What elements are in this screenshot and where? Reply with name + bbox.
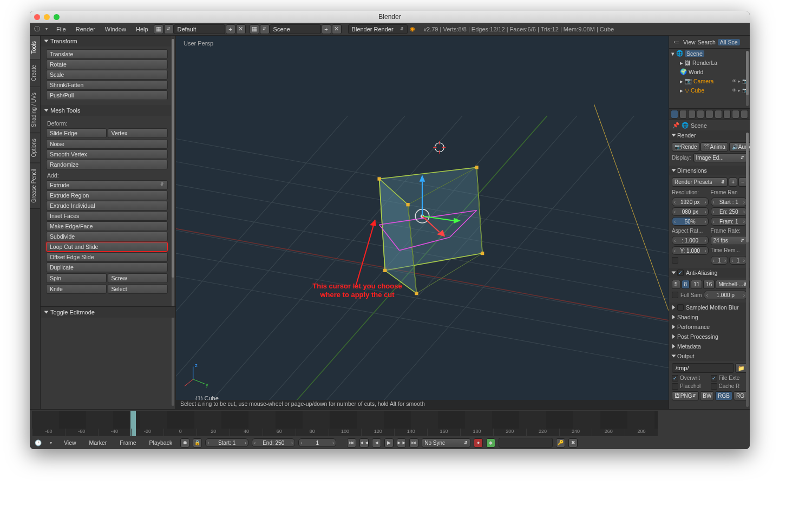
constraints-tab-icon[interactable] xyxy=(715,110,722,119)
knife-select-button[interactable]: Select xyxy=(108,284,168,294)
current-frame-field[interactable]: 1 xyxy=(298,438,336,447)
make-edge-face-button[interactable]: Make Edge/Face xyxy=(46,221,168,231)
keying-set-field[interactable] xyxy=(499,438,553,448)
outliner-world[interactable]: World xyxy=(689,69,703,75)
screw-button[interactable]: Screw xyxy=(108,273,168,283)
frame-start-field[interactable]: Start : 1 xyxy=(711,198,748,206)
pin-icon[interactable]: 📌 xyxy=(672,122,679,129)
cache-result-checkbox[interactable] xyxy=(711,383,717,390)
play-reverse-button[interactable]: ◄ xyxy=(372,438,381,448)
chevron-down-icon[interactable]: ▾ xyxy=(42,24,51,34)
motion-blur-checkbox[interactable] xyxy=(677,304,684,311)
frame-step-field[interactable]: Fram: 1 xyxy=(711,217,748,226)
menu-file[interactable]: File xyxy=(51,23,71,35)
motion-blur-panel-header[interactable]: Sampled Motion Blur xyxy=(669,302,750,312)
output-path-field[interactable]: /tmp/ xyxy=(672,363,734,373)
chevron-icon[interactable]: ⇵ xyxy=(164,24,174,34)
renderlayers-tab-icon[interactable] xyxy=(679,110,687,119)
animation-button[interactable]: 🎬Anima xyxy=(700,142,728,152)
mesh-tools-panel-header[interactable]: Mesh Tools xyxy=(41,105,171,116)
delete-scene-button[interactable]: ✕ xyxy=(332,24,342,34)
timeline-view-menu[interactable]: View xyxy=(59,436,81,449)
smooth-vertex-button[interactable]: Smooth Vertex xyxy=(46,149,168,159)
browse-folder-button[interactable]: 📁 xyxy=(735,363,747,373)
aa-filter-dropdown[interactable]: Mitchell-...⇵ xyxy=(716,280,750,289)
close-icon[interactable] xyxy=(34,14,40,20)
data-tab-icon[interactable] xyxy=(732,110,739,119)
tab-options[interactable]: Options xyxy=(30,133,40,163)
fps-dropdown[interactable]: 24 fps⇵ xyxy=(711,236,748,245)
shading-panel-header[interactable]: Shading xyxy=(669,312,750,322)
sync-dropdown[interactable]: No Sync⇵ xyxy=(422,438,470,448)
scene-tab-icon[interactable] xyxy=(688,110,696,119)
properties-scrollbar[interactable] xyxy=(746,133,749,407)
bw-button[interactable]: BW xyxy=(700,391,714,400)
render-engine-dropdown[interactable]: Blender Render⇵ xyxy=(348,24,408,34)
timeline-playback-menu[interactable]: Playback xyxy=(145,436,178,449)
play-button[interactable]: ▶ xyxy=(384,438,394,448)
chevron-down-icon[interactable]: ▾ xyxy=(46,438,56,448)
insert-keyframe-button[interactable]: 🔑 xyxy=(556,438,565,448)
jump-end-button[interactable]: ⏭ xyxy=(409,438,418,448)
scene-browse-icon[interactable]: ▦ xyxy=(250,24,259,34)
outliner-scene[interactable]: Scene xyxy=(685,50,704,57)
display-dropdown[interactable]: Image Ed...⇵ xyxy=(693,153,747,162)
render-button[interactable]: 📷Rende xyxy=(672,142,699,152)
chevron-icon[interactable]: ⇵ xyxy=(260,24,270,34)
res-x-field[interactable]: 1920 px xyxy=(672,198,709,206)
randomize-button[interactable]: Randomize xyxy=(46,160,168,169)
translate-button[interactable]: Translate xyxy=(46,49,168,59)
delete-keyframe-button[interactable]: ✖ xyxy=(568,438,578,448)
aa-11-button[interactable]: 11 xyxy=(691,280,702,289)
aa-8-button[interactable]: 8 xyxy=(682,280,690,289)
tab-grease-pencil[interactable]: Grease Pencil xyxy=(30,163,40,209)
outliner-tree[interactable]: ▾🌐Scene ▸🖼RenderLa 🌍World ▸📷Camera👁 ▸ 📷 … xyxy=(669,49,750,108)
menu-render[interactable]: Render xyxy=(71,23,100,35)
object-tab-icon[interactable] xyxy=(705,110,713,119)
res-y-field[interactable]: 080 px xyxy=(672,207,709,216)
file-ext-checkbox[interactable] xyxy=(711,375,717,382)
inset-faces-button[interactable]: Inset Faces xyxy=(46,211,168,221)
pixel-filter-size-field[interactable]: 1.000 p xyxy=(704,291,747,299)
outliner-view-menu[interactable]: View xyxy=(683,39,696,45)
aa-5-button[interactable]: 5 xyxy=(672,280,680,289)
add-preset-button[interactable]: + xyxy=(729,177,737,187)
noise-button[interactable]: Noise xyxy=(46,139,168,149)
extrude-region-button[interactable]: Extrude Region xyxy=(46,190,168,200)
output-panel-header[interactable]: Output xyxy=(669,351,750,361)
extrude-individual-button[interactable]: Extrude Individual xyxy=(46,201,168,211)
format-dropdown[interactable]: 🖼 PNG⇵ xyxy=(672,391,699,400)
render-tab-icon[interactable] xyxy=(671,110,678,119)
res-percent-field[interactable]: 50% xyxy=(672,217,709,226)
scene-field[interactable]: Scene xyxy=(270,24,321,34)
timeline-frame-menu[interactable]: Frame xyxy=(115,436,141,449)
tab-tools[interactable]: Tools xyxy=(30,36,40,60)
delete-layout-button[interactable]: ✕ xyxy=(236,24,246,34)
jump-start-button[interactable]: ⏮ xyxy=(347,438,356,448)
outliner-renderlayers[interactable]: RenderLa xyxy=(692,60,717,66)
tab-create[interactable]: Create xyxy=(30,60,40,87)
render-panel-header[interactable]: Render xyxy=(669,130,750,140)
start-frame-field[interactable]: Start: 1 xyxy=(205,438,248,447)
operator-panel-header[interactable]: Toggle Editmode xyxy=(41,307,175,318)
dimensions-panel-header[interactable]: Dimensions xyxy=(669,166,750,175)
extrude-dropdown[interactable]: Extrude⇵ xyxy=(46,180,168,190)
timeline-track[interactable]: -80-60-40-200204060801001201401601802002… xyxy=(32,411,658,436)
loop-cut-slide-button[interactable]: Loop Cut and Slide xyxy=(46,242,168,252)
outliner-filter[interactable]: All Sce xyxy=(718,39,740,45)
timeline-marker-menu[interactable]: Marker xyxy=(84,436,112,449)
aa-panel-header[interactable]: Anti-Aliasing xyxy=(669,268,750,278)
duplicate-button[interactable]: Duplicate xyxy=(46,262,168,272)
push-pull-button[interactable]: Push/Pull xyxy=(46,90,168,100)
outliner-editor-icon[interactable]: ≔ xyxy=(671,37,681,47)
transform-panel-header[interactable]: Transform xyxy=(41,36,171,47)
lock-icon[interactable]: 🔒 xyxy=(193,438,202,448)
full-sample-checkbox[interactable] xyxy=(672,292,678,298)
menu-help[interactable]: Help xyxy=(131,23,153,35)
next-keyframe-button[interactable]: ►► xyxy=(397,438,406,448)
rotate-button[interactable]: Rotate xyxy=(46,60,168,69)
scale-button[interactable]: Scale xyxy=(46,70,168,80)
rgb-button[interactable]: RGB xyxy=(715,391,732,400)
aspect-x-field[interactable]: : 1.000 xyxy=(672,236,709,245)
spin-button[interactable]: Spin xyxy=(46,273,107,283)
